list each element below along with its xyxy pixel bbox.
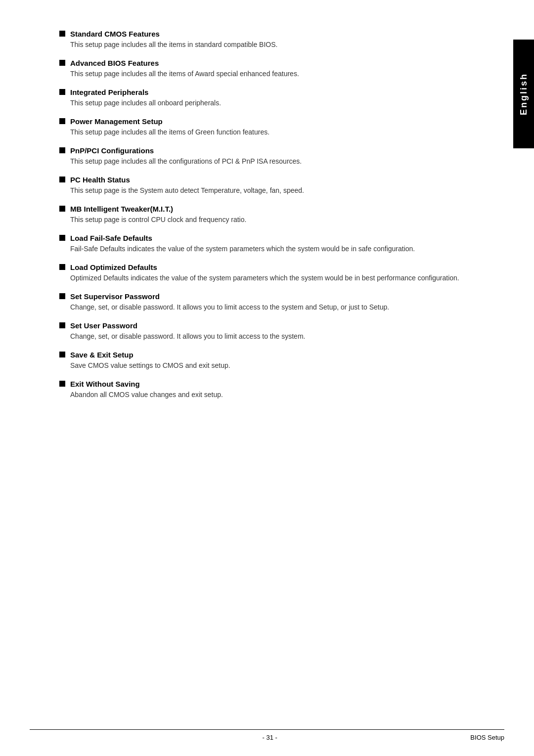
footer: - 31 - BIOS Setup [30, 729, 504, 741]
bullet-icon [59, 206, 65, 212]
menu-item-title: Power Management Setup [59, 117, 485, 126]
menu-item-description: Change, set, or disable password. It all… [59, 302, 485, 312]
menu-item-description: Optimized Defaults indicates the value o… [59, 273, 485, 283]
menu-item: Advanced BIOS FeaturesThis setup page in… [59, 59, 485, 79]
menu-item-description: Fail-Safe Defaults indicates the value o… [59, 244, 485, 254]
menu-item-title: MB Intelligent Tweaker(M.I.T.) [59, 205, 485, 213]
main-content: Standard CMOS FeaturesThis setup page in… [49, 30, 494, 716]
menu-item: PC Health StatusThis setup page is the S… [59, 176, 485, 196]
menu-item: Power Management SetupThis setup page in… [59, 117, 485, 137]
menu-item-title: Save & Exit Setup [59, 351, 485, 359]
menu-item-title-text: Save & Exit Setup [70, 351, 134, 359]
bullet-icon [59, 31, 65, 37]
menu-item-title-text: Set Supervisor Password [70, 292, 160, 301]
menu-item-title-text: Integrated Peripherals [70, 88, 148, 96]
menu-item: Set User PasswordChange, set, or disable… [59, 321, 485, 342]
bullet-icon [59, 60, 65, 66]
menu-item-title: Set User Password [59, 321, 485, 330]
menu-item-title-text: Exit Without Saving [70, 380, 140, 388]
menu-item-title: Load Optimized Defaults [59, 263, 485, 271]
menu-item-description: Abandon all CMOS value changes and exit … [59, 390, 485, 400]
bullet-icon [59, 322, 65, 328]
bullet-icon [59, 352, 65, 357]
menu-item-title-text: MB Intelligent Tweaker(M.I.T.) [70, 205, 173, 213]
menu-item-description: This setup page includes all the items o… [59, 69, 485, 79]
menu-item: Set Supervisor PasswordChange, set, or d… [59, 292, 485, 312]
menu-item-title: Exit Without Saving [59, 380, 485, 388]
menu-item-title: Load Fail-Safe Defaults [59, 234, 485, 242]
menu-item-title-text: PC Health Status [70, 176, 130, 184]
english-tab-label: English [519, 73, 529, 115]
bullet-icon [59, 177, 65, 182]
footer-page-number: - 31 - [69, 734, 470, 741]
menu-item: MB Intelligent Tweaker(M.I.T.)This setup… [59, 205, 485, 225]
menu-item-description: Save CMOS value settings to CMOS and exi… [59, 360, 485, 371]
bullet-icon [59, 118, 65, 124]
menu-item: Exit Without SavingAbandon all CMOS valu… [59, 380, 485, 400]
menu-item-title-text: PnP/PCI Configurations [70, 146, 154, 155]
menu-item-title-text: Power Management Setup [70, 117, 163, 126]
menu-item-description: This setup page includes all the items i… [59, 40, 485, 50]
menu-item-description: This setup page includes all onboard per… [59, 98, 485, 108]
bullet-icon [59, 235, 65, 241]
menu-item-title: Standard CMOS Features [59, 30, 485, 38]
menu-item-description: This setup page is the System auto detec… [59, 185, 485, 196]
menu-item: Integrated PeripheralsThis setup page in… [59, 88, 485, 108]
menu-item-title-text: Load Optimized Defaults [70, 263, 157, 271]
menu-item-title: PC Health Status [59, 176, 485, 184]
bullet-icon [59, 293, 65, 299]
menu-item-title-text: Advanced BIOS Features [70, 59, 159, 67]
menu-item: Standard CMOS FeaturesThis setup page in… [59, 30, 485, 50]
menu-item-description: This setup page is control CPU clock and… [59, 215, 485, 225]
bullet-icon [59, 264, 65, 270]
menu-item-description: This setup page includes all the configu… [59, 156, 485, 167]
bullet-icon [59, 89, 65, 95]
bullet-icon [59, 381, 65, 387]
footer-bios-setup: BIOS Setup [470, 734, 504, 741]
english-tab: English [513, 40, 534, 148]
menu-item-title-text: Set User Password [70, 321, 137, 330]
menu-item-description: This setup page includes all the items o… [59, 127, 485, 137]
menu-item: PnP/PCI ConfigurationsThis setup page in… [59, 146, 485, 167]
menu-item: Save & Exit SetupSave CMOS value setting… [59, 351, 485, 371]
menu-item-title: PnP/PCI Configurations [59, 146, 485, 155]
menu-item: Load Fail-Safe DefaultsFail-Safe Default… [59, 234, 485, 254]
menu-item-title-text: Load Fail-Safe Defaults [70, 234, 152, 242]
bullet-icon [59, 147, 65, 153]
menu-item-title: Advanced BIOS Features [59, 59, 485, 67]
menu-item-description: Change, set, or disable password. It all… [59, 331, 485, 342]
menu-item: Load Optimized DefaultsOptimized Default… [59, 263, 485, 283]
menu-item-title-text: Standard CMOS Features [70, 30, 160, 38]
menu-item-title: Set Supervisor Password [59, 292, 485, 301]
menu-item-title: Integrated Peripherals [59, 88, 485, 96]
page-container: English Standard CMOS FeaturesThis setup… [0, 0, 534, 756]
